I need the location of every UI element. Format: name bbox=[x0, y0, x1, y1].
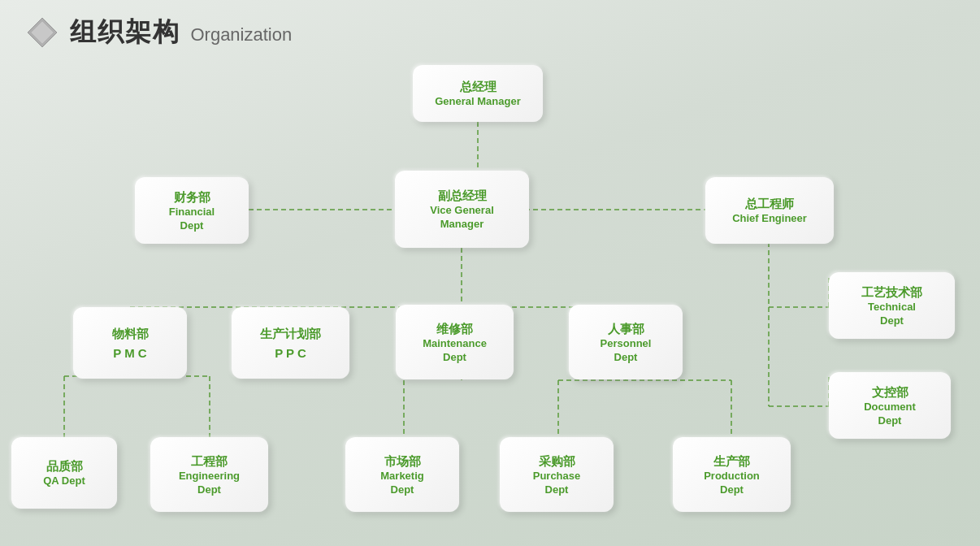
page-title: 组织架构 Organization bbox=[70, 15, 292, 50]
node-purchase: 采购部 PurchaseDept bbox=[500, 437, 614, 512]
header: 组织架构 Organization bbox=[0, 0, 980, 65]
node-production: 生产部 ProductionDept bbox=[673, 437, 791, 512]
node-technical: 工艺技术部 TechnicalDept bbox=[829, 272, 955, 339]
node-qa: 品质部 QA Dept bbox=[11, 437, 117, 509]
svg-marker-1 bbox=[31, 21, 54, 44]
node-maintenance: 维修部 MaintenanceDept bbox=[396, 305, 514, 379]
node-personnel: 人事部 PersonnelDept bbox=[569, 305, 683, 379]
node-financial: 财务部 FinancialDept bbox=[135, 177, 249, 244]
org-chart: 总经理 General Manager 财务部 FinancialDept 副总… bbox=[0, 57, 980, 546]
node-pmc: 物料部 P M C bbox=[73, 307, 187, 379]
node-general-manager: 总经理 General Manager bbox=[413, 65, 543, 122]
node-ppc: 生产计划部 P P C bbox=[232, 307, 349, 379]
node-engineering: 工程部 EngineeringDept bbox=[150, 437, 268, 512]
node-document: 文控部 DocumentDept bbox=[829, 372, 951, 439]
diamond-icon bbox=[24, 15, 60, 50]
node-marketing: 市场部 MarketigDept bbox=[345, 437, 459, 512]
node-chief-engineer: 总工程师 Chief Engineer bbox=[705, 177, 834, 244]
node-vice-general: 副总经理 Vice GeneralManager bbox=[395, 171, 529, 248]
